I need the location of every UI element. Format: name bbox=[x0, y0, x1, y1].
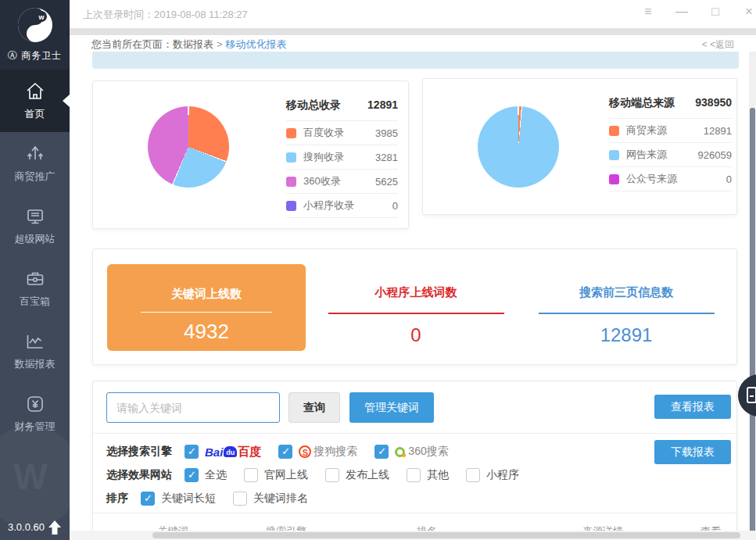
main-content: 移动优化报表 移动总收录 12891 百度收录 3985 搜狗收录 3281 bbox=[70, 52, 749, 540]
last-login-text: 上次登录时间：2019-08-08 11:28:27 bbox=[83, 8, 248, 22]
download-report-button[interactable]: 下载报表 bbox=[654, 440, 731, 464]
card-mobile-sources: 移动端总来源 938950 商贸来源 12891 网告来源 926059 公众号… bbox=[422, 78, 737, 215]
stat-label: 小程序上线词数 bbox=[314, 285, 518, 300]
notice-bar: 移动优化报表 bbox=[92, 52, 739, 69]
legend-item[interactable]: 商贸来源 12891 bbox=[609, 118, 732, 142]
stat-divider bbox=[539, 313, 715, 314]
checkbox-official-site[interactable] bbox=[244, 468, 258, 482]
legend-item[interactable]: 搜狗收录 3281 bbox=[286, 145, 398, 169]
stat-top3-pages-info: 搜索前三页信息数 12891 bbox=[525, 264, 728, 346]
sort-option-label: 关键词排名 bbox=[253, 492, 308, 506]
sort-label: 排序 bbox=[106, 492, 128, 506]
legend-item[interactable]: 小程序收录 0 bbox=[286, 193, 398, 217]
sogou-s-icon: S bbox=[299, 445, 311, 458]
checkbox-miniprogram[interactable] bbox=[466, 468, 480, 482]
card-stats: 关键词上线数 4932 小程序上线词数 0 搜索前三页信息数 12891 bbox=[92, 249, 737, 365]
legend-item[interactable]: 百度收录 3985 bbox=[286, 120, 398, 145]
breadcrumb-current-link[interactable]: 移动优化报表 bbox=[226, 38, 287, 50]
engine-filter-label: 选择搜索引擎 bbox=[106, 445, 172, 459]
baidu-paw-icon: du bbox=[224, 446, 237, 457]
sidebar-item-home[interactable]: 首页 bbox=[0, 70, 70, 132]
site-option-label: 官网上线 bbox=[264, 468, 308, 482]
checkbox-keyword-rank[interactable] bbox=[233, 492, 247, 506]
manage-keywords-button[interactable]: 管理关键词 bbox=[349, 392, 434, 423]
checkbox-360[interactable] bbox=[374, 445, 389, 459]
vertical-scrollbar-track[interactable] bbox=[749, 52, 756, 531]
pie-chart-mobile-sources bbox=[478, 106, 559, 188]
legend-swatch-icon bbox=[286, 128, 296, 138]
stat-divider bbox=[328, 313, 504, 314]
stat-value: 0 bbox=[314, 324, 518, 346]
checkbox-publish-online[interactable] bbox=[325, 468, 339, 482]
sidebar-item-label: 超级网站 bbox=[0, 232, 70, 246]
legend-swatch-icon bbox=[609, 126, 619, 136]
home-icon bbox=[24, 80, 46, 102]
checkbox-keyword-length[interactable] bbox=[141, 492, 155, 506]
svg-text:w: w bbox=[38, 13, 45, 21]
app-logo-icon: w bbox=[17, 7, 53, 43]
view-report-button[interactable]: 查看报表 bbox=[654, 395, 731, 419]
sidebar-item-promotion[interactable]: 商贸推广 bbox=[0, 132, 70, 195]
window-maximize-icon[interactable]: □ bbox=[708, 5, 722, 19]
window-minimize-icon[interactable]: — bbox=[675, 5, 689, 19]
horizontal-scrollbar-track[interactable] bbox=[70, 531, 756, 540]
horizontal-scrollbar-thumb[interactable] bbox=[152, 532, 740, 538]
divider bbox=[93, 433, 736, 434]
promotion-icon bbox=[24, 143, 46, 165]
sidebar-item-reports[interactable]: 数据报表 bbox=[0, 320, 70, 382]
breadcrumb: 您当前所在页面：数据报表>移动优化报表 bbox=[91, 38, 287, 52]
keyword-input[interactable] bbox=[106, 392, 280, 423]
window-menu-icon[interactable]: ≡ bbox=[641, 5, 655, 19]
legend-total: 12891 bbox=[367, 98, 398, 113]
stat-value: 12891 bbox=[525, 324, 728, 346]
back-link[interactable]: < <返回 bbox=[702, 38, 734, 52]
site-option-label: 其他 bbox=[427, 468, 449, 482]
site-filter-label: 选择效果网站 bbox=[106, 468, 172, 482]
help-widget-icon bbox=[747, 387, 756, 403]
app-window: w Ⓐ 商务卫士 首页 商贸推广 超级网站 bbox=[0, 0, 756, 540]
window-controls: ≡ — □ × bbox=[641, 5, 756, 19]
360-ring-icon bbox=[395, 447, 405, 457]
checkbox-baidu[interactable] bbox=[185, 445, 199, 459]
sidebar-item-website[interactable]: 超级网站 bbox=[0, 195, 70, 257]
vertical-scrollbar-thumb[interactable] bbox=[750, 108, 755, 540]
window-close-icon[interactable]: × bbox=[742, 5, 756, 19]
topbar-divider bbox=[70, 28, 756, 35]
card-mobile-index: 移动总收录 12891 百度收录 3985 搜狗收录 3281 360收录 56… bbox=[92, 80, 409, 229]
legend-swatch-icon bbox=[609, 174, 619, 184]
legend-item[interactable]: 公众号来源 0 bbox=[609, 166, 732, 191]
baidu-logo: Bai du 百度 bbox=[205, 445, 261, 460]
stat-label: 搜索前三页信息数 bbox=[525, 285, 728, 300]
legend-mobile-index: 移动总收录 12891 百度收录 3985 搜狗收录 3281 360收录 56… bbox=[286, 98, 398, 218]
checkbox-other[interactable] bbox=[407, 468, 421, 482]
pie-chart-mobile-index bbox=[148, 106, 229, 188]
active-item-notch bbox=[63, 95, 70, 107]
legend-title: 移动端总来源 bbox=[609, 96, 675, 110]
site-option-label: 全选 bbox=[205, 468, 227, 482]
brand-name: Ⓐ 商务卫士 bbox=[0, 49, 70, 63]
scroll-top-arrow-icon[interactable] bbox=[48, 520, 62, 535]
sidebar: w Ⓐ 商务卫士 首页 商贸推广 超级网站 bbox=[0, 0, 70, 540]
card-keyword-search: 查询 管理关键词 查看报表 下载报表 选择搜索引擎 Bai du 百度 S 搜狗… bbox=[92, 381, 737, 540]
finance-yen-icon bbox=[24, 393, 46, 415]
checkbox-sogou[interactable] bbox=[278, 445, 292, 459]
site-filter-row: 选择效果网站 全选 官网上线 发布上线 其他 小程序 bbox=[106, 466, 536, 485]
site-option-label: 发布上线 bbox=[346, 468, 389, 482]
sidebar-item-toolbox[interactable]: 百宝箱 bbox=[0, 257, 70, 320]
sidebar-item-label: 商贸推广 bbox=[0, 170, 70, 184]
legend-item[interactable]: 网告来源 926059 bbox=[609, 142, 732, 166]
title-bar: 上次登录时间：2019-08-08 11:28:27 ≡ — □ × bbox=[70, 0, 756, 28]
query-button[interactable]: 查询 bbox=[288, 392, 340, 423]
stat-label: 关键词上线数 bbox=[107, 287, 306, 302]
sort-option-label: 关键词长短 bbox=[161, 492, 216, 506]
sidebar-item-label: 数据报表 bbox=[0, 357, 70, 371]
360-logo: 360搜索 bbox=[395, 445, 448, 459]
legend-title: 移动总收录 bbox=[286, 98, 341, 113]
sidebar-item-label: 首页 bbox=[0, 107, 70, 121]
sogou-logo: S 搜狗搜索 bbox=[299, 445, 357, 459]
legend-item[interactable]: 360收录 5625 bbox=[286, 169, 398, 193]
version-label: 3.0.0.60 bbox=[8, 521, 45, 533]
checkbox-select-all[interactable] bbox=[185, 468, 199, 482]
legend-mobile-sources: 移动端总来源 938950 商贸来源 12891 网告来源 926059 公众号… bbox=[609, 96, 732, 191]
engine-filter-row: 选择搜索引擎 Bai du 百度 S 搜狗搜索 360搜索 bbox=[106, 442, 466, 461]
